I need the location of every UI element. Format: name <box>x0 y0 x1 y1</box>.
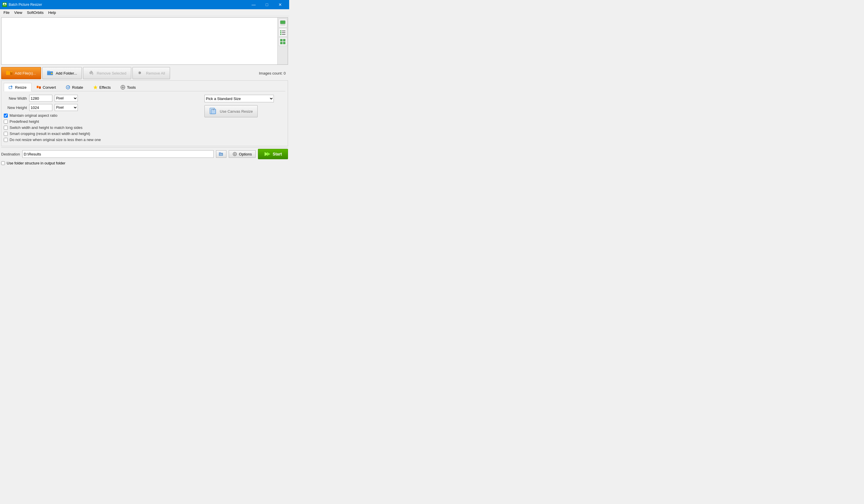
height-unit-select[interactable]: Pixel Percent <box>55 104 78 111</box>
svg-rect-15 <box>280 42 283 44</box>
svg-rect-22 <box>47 71 50 72</box>
switch-width-height-label[interactable]: Switch width and height to match long si… <box>10 125 82 130</box>
svg-rect-13 <box>280 39 283 41</box>
add-folder-label: Add Folder... <box>56 71 77 75</box>
menu-softorbits[interactable]: SoftOrbits <box>25 10 46 15</box>
minimize-button[interactable]: — <box>247 0 260 9</box>
start-button[interactable]: Start <box>258 149 288 159</box>
svg-marker-35 <box>93 85 97 89</box>
menu-view[interactable]: View <box>12 10 25 15</box>
svg-rect-11 <box>280 34 281 35</box>
settings-left: New Width Pixel Percent New Height Pixel… <box>4 95 199 144</box>
canvas-resize-label: Use Canvas Resize <box>220 109 253 113</box>
use-folder-structure-row: Use folder structure in output folder <box>1 161 65 165</box>
svg-point-24 <box>89 71 92 74</box>
svg-rect-6 <box>280 24 285 26</box>
rotate-tab-icon <box>65 85 70 89</box>
destination-label: Destination <box>1 152 20 156</box>
remove-all-button[interactable]: Remove All <box>132 67 170 79</box>
start-icon <box>264 151 271 157</box>
width-row: New Width Pixel Percent <box>4 95 199 102</box>
menu-bar: File View SoftOrbits Help <box>0 9 289 16</box>
svg-rect-18 <box>6 71 8 72</box>
remove-selected-button[interactable]: Remove Selected <box>83 67 131 79</box>
tab-tools-label: Tools <box>127 85 136 89</box>
svg-marker-57 <box>267 152 271 156</box>
add-folder-icon <box>47 70 53 76</box>
title-bar-controls: — □ ✕ <box>247 0 287 9</box>
images-count: Images count: 0 <box>259 71 288 75</box>
destination-input[interactable] <box>22 150 214 158</box>
svg-point-51 <box>234 153 236 155</box>
list-view-icon <box>280 29 286 35</box>
bottom-area: Destination Option <box>1 147 288 167</box>
use-folder-structure-checkbox[interactable] <box>1 161 5 165</box>
tab-resize-label: Resize <box>15 85 27 89</box>
tab-tools[interactable]: Tools <box>116 83 141 91</box>
width-input[interactable] <box>29 95 52 102</box>
list-view-button[interactable] <box>278 28 287 37</box>
width-unit-select[interactable]: Pixel Percent <box>55 95 78 102</box>
smart-cropping-checkbox[interactable] <box>4 132 8 136</box>
maintain-aspect-checkbox[interactable] <box>4 113 8 118</box>
svg-point-37 <box>122 86 124 88</box>
svg-rect-4 <box>280 21 285 24</box>
do-not-resize-label[interactable]: Do not resize when original size is less… <box>10 137 101 142</box>
title-bar-title: Batch Picture Resizer <box>9 3 42 7</box>
options-button[interactable]: Options <box>229 150 256 158</box>
svg-marker-31 <box>38 86 39 88</box>
svg-rect-8 <box>282 30 285 31</box>
title-bar-left: Batch Picture Resizer <box>2 2 42 7</box>
large-thumb-icon <box>280 20 286 26</box>
browse-icon <box>219 151 224 157</box>
tab-convert[interactable]: Convert <box>32 83 61 91</box>
convert-tab-icon <box>36 85 41 89</box>
use-folder-structure-label[interactable]: Use folder structure in output folder <box>7 161 65 165</box>
svg-rect-29 <box>37 86 38 88</box>
predefined-height-label[interactable]: Predefined height <box>10 119 39 124</box>
grid-view-icon <box>280 39 286 45</box>
menu-file[interactable]: File <box>1 10 12 15</box>
add-files-button[interactable]: Add File(s)... <box>1 67 41 79</box>
svg-point-34 <box>68 87 69 88</box>
height-input[interactable] <box>29 104 52 111</box>
grid-view-button[interactable] <box>278 37 287 46</box>
add-folder-button[interactable]: Add Folder... <box>42 67 82 79</box>
options-label: Options <box>239 152 252 156</box>
restore-button[interactable]: □ <box>260 0 274 9</box>
effects-tab-icon <box>93 85 98 89</box>
app-icon <box>2 2 7 7</box>
tab-convert-label: Convert <box>43 85 56 89</box>
maintain-aspect-label[interactable]: Maintain original aspect ratio <box>10 113 57 118</box>
tab-effects[interactable]: Effects <box>88 83 116 91</box>
remove-selected-icon <box>88 70 94 76</box>
destination-browse-button[interactable] <box>216 150 226 158</box>
svg-rect-9 <box>280 32 281 33</box>
close-button[interactable]: ✕ <box>274 0 287 9</box>
height-label: New Height <box>4 106 27 110</box>
tab-rotate[interactable]: Rotate <box>61 83 88 91</box>
standard-size-select[interactable]: Pick a Standard Size 800x600 1024x768 12… <box>204 95 274 102</box>
tab-resize[interactable]: Resize <box>4 83 32 91</box>
toolbar: Add File(s)... Add Folder... Remove S <box>1 66 288 80</box>
tabs-bar: Resize Convert Rotate <box>4 83 285 91</box>
start-label: Start <box>273 152 282 156</box>
menu-help[interactable]: Help <box>46 10 58 15</box>
switch-width-height-checkbox[interactable] <box>4 126 8 130</box>
width-label: New Width <box>4 96 27 101</box>
smart-cropping-label[interactable]: Smart cropping (result in exact width an… <box>10 132 90 136</box>
large-thumb-view-button[interactable] <box>278 19 287 27</box>
remove-selected-label: Remove Selected <box>97 71 127 75</box>
do-not-resize-checkbox[interactable] <box>4 138 8 142</box>
maintain-aspect-row: Maintain original aspect ratio <box>4 113 199 118</box>
add-files-label: Add File(s)... <box>15 71 36 75</box>
svg-rect-14 <box>283 39 285 41</box>
predefined-height-checkbox[interactable] <box>4 120 8 124</box>
destination-bar: Destination Option <box>1 147 288 160</box>
canvas-resize-button[interactable]: Use Canvas Resize <box>204 105 257 117</box>
remove-all-icon <box>137 70 144 76</box>
svg-rect-7 <box>280 30 281 32</box>
remove-all-label: Remove All <box>146 71 165 75</box>
file-list-area <box>1 17 288 65</box>
canvas-resize-icon <box>209 107 217 116</box>
